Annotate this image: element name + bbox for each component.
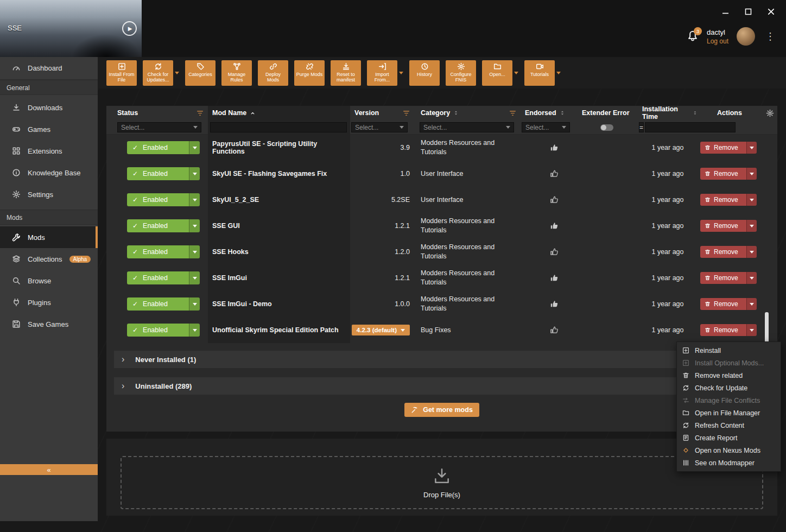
remove-button[interactable]: Remove [700,142,757,154]
endorsed-filter-select[interactable]: Select... [522,122,570,132]
endorse-thumb-icon[interactable] [550,169,559,178]
group-never-installed[interactable]: › Never Installed (1) [114,351,770,368]
open-dropdown[interactable] [514,72,518,74]
endorse-thumb-icon[interactable] [550,195,559,204]
remove-dropdown-caret[interactable] [746,168,757,180]
logout-link[interactable]: Log out [707,37,728,45]
remove-button[interactable]: Remove [700,272,757,284]
menu-item-check-for-update[interactable]: Check for Update [677,382,781,394]
categories-button[interactable]: Categories [185,60,215,86]
history-button[interactable]: History [409,60,440,86]
status-dropdown-caret[interactable] [189,297,200,311]
sidebar-item-browse[interactable]: Browse [0,270,98,292]
column-header-mod-name[interactable]: Mod Name [208,106,350,120]
drop-files-zone[interactable]: Drop File(s) [121,456,763,509]
endorse-thumb-icon[interactable] [550,248,559,256]
mod-name-cell[interactable]: SkyUI SE - Flashing Savegames Fix [208,161,350,187]
tutorials-button[interactable]: Tutorials [524,60,555,86]
overflow-menu-icon[interactable]: ⋮ [763,30,777,42]
mod-row[interactable]: ✓ Enabled SkyUI_5_2_SE 5.2SE 5.2SE User … [106,187,777,213]
sidebar-item-mods[interactable]: Mods [0,226,98,248]
filter-list-icon[interactable] [509,110,516,117]
minimize-button[interactable] [721,7,730,16]
check-for-updates-dropdown[interactable] [175,72,179,74]
remove-button[interactable]: Remove [700,298,757,310]
status-filter-select[interactable]: Select... [117,122,201,132]
mod-enable-button[interactable]: ✓ Enabled [127,219,200,232]
mod-row[interactable]: ✓ Enabled SSE ImGui - Demo 1.0.0 1.0.0 M… [106,291,777,317]
mod-name-cell[interactable]: PapyrusUtil SE - Scripting Utility Funct… [208,135,350,161]
table-gear-icon[interactable] [766,109,774,117]
endorse-thumb-icon[interactable] [550,221,559,230]
status-dropdown-caret[interactable] [189,271,200,284]
remove-dropdown-caret[interactable] [746,272,757,284]
menu-item-open-in-file-manager[interactable]: Open in File Manager [677,407,781,419]
mod-enable-button[interactable]: ✓ Enabled [127,193,200,206]
menu-item-remove-related[interactable]: Remove related [677,369,781,382]
sidebar-item-downloads[interactable]: Downloads [0,97,98,118]
check-for-updates-button[interactable]: Check for Updates... [143,60,173,86]
mod-row[interactable]: ✓ Enabled SSE ImGui 1.2.1 1.2.1 Modders … [106,265,777,291]
status-dropdown-caret[interactable] [189,245,200,258]
status-dropdown-caret[interactable] [189,193,200,206]
remove-dropdown-caret[interactable] [746,194,757,206]
mod-name-cell[interactable]: SSE GUI [208,213,350,239]
mod-name-cell[interactable]: SSE ImGui - Demo [208,291,350,317]
maximize-button[interactable] [744,7,752,16]
column-header-category[interactable]: Category [414,106,521,120]
endorse-thumb-icon[interactable] [550,300,559,308]
version-filter-select[interactable]: Select... [351,122,408,132]
close-button[interactable] [766,7,775,16]
category-filter-select[interactable]: Select... [420,122,514,132]
status-dropdown-caret[interactable] [189,167,200,180]
manage-rules-button[interactable]: Manage Rules [221,60,252,86]
mod-row[interactable]: ✓ Enabled SkyUI SE - Flashing Savegames … [106,161,777,187]
remove-dropdown-caret[interactable] [746,142,757,154]
column-header-installation-time[interactable]: Installation Time [638,106,698,120]
version-badge[interactable]: 4.2.3 (default) [352,325,410,335]
configure-fnis-button[interactable]: Configure FNIS [446,60,476,86]
column-header-endorsed[interactable]: Endorsed [521,106,576,120]
column-header-extender-error[interactable]: Extender Error [576,106,638,120]
sidebar-item-games[interactable]: Games [0,118,98,140]
sidebar-item-extensions[interactable]: Extensions [0,140,98,162]
mod-name-cell[interactable]: Unofficial Skyrim Special Edition Patch [208,317,350,343]
open-button[interactable]: Open... [482,60,512,86]
remove-button[interactable]: Remove [700,324,757,336]
remove-button[interactable]: Remove [700,168,757,180]
notifications-bell-icon[interactable]: 3 [687,30,699,43]
endorse-thumb-icon[interactable] [550,143,559,152]
mod-enable-button[interactable]: ✓ Enabled [127,271,200,284]
remove-dropdown-caret[interactable] [746,246,757,258]
install-from-file-button[interactable]: Install From File [106,60,137,86]
mod-name-cell[interactable]: SkyUI_5_2_SE [208,187,350,213]
mod-name-filter-input[interactable] [210,122,347,132]
mod-row[interactable]: ✓ Enabled SSE GUI 1.2.1 1.2.1 Modders Re… [106,213,777,239]
group-uninstalled[interactable]: › Uninstalled (289) [114,377,770,395]
sidebar-item-save-games[interactable]: Save Games [0,313,98,335]
endorse-thumb-icon[interactable] [550,326,559,334]
menu-item-see-on-modmapper[interactable]: See on Modmapper [677,457,781,469]
mod-row[interactable]: ✓ Enabled Unofficial Skyrim Special Edit… [106,317,777,343]
game-banner[interactable]: SSE ▶ [0,0,142,57]
mod-enable-button[interactable]: ✓ Enabled [127,167,200,180]
column-header-status[interactable]: Status [116,106,208,120]
filter-list-icon[interactable] [403,110,410,117]
import-from-button[interactable]: Import From... [367,60,397,86]
sidebar-item-dashboard[interactable]: Dashboard [0,57,98,80]
remove-dropdown-caret[interactable] [746,298,757,310]
mod-enable-button[interactable]: ✓ Enabled [127,141,200,154]
mod-enable-button[interactable]: ✓ Enabled [127,324,200,337]
time-filter-operator[interactable]: = [639,122,644,132]
remove-button[interactable]: Remove [700,220,757,232]
deploy-mods-button[interactable]: Deploy Mods [258,60,288,86]
remove-button[interactable]: Remove [700,246,757,258]
sidebar-collapse-bar[interactable]: « [0,464,98,475]
filter-list-icon[interactable] [196,110,204,117]
tutorials-dropdown[interactable] [556,72,561,74]
purge-mods-button[interactable]: Purge Mods [294,60,325,86]
sidebar-item-collections[interactable]: Collections Alpha [0,248,98,270]
import-from-dropdown[interactable] [399,72,403,74]
status-dropdown-caret[interactable] [189,219,200,232]
mod-name-cell[interactable]: SSE ImGui [208,265,350,291]
